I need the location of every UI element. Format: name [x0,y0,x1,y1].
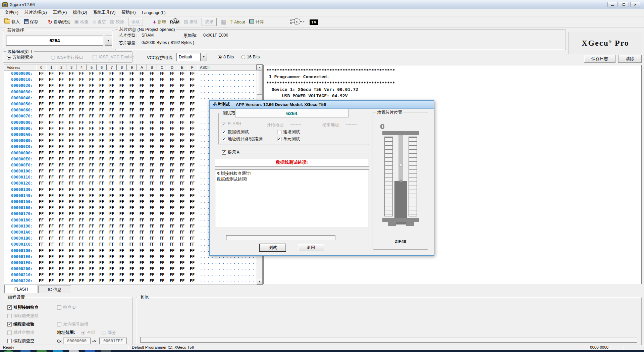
toolbar-tv-out-button[interactable]: TV [310,19,318,25]
hex-byte-cell[interactable]: FF [127,211,137,216]
toolbar-calculator-button[interactable]: 计算 [249,19,264,25]
hex-byte-cell[interactable]: FF [97,205,107,210]
hex-byte-cell[interactable]: FF [76,272,87,277]
hex-byte-cell[interactable]: FF [97,102,107,106]
hex-byte-cell[interactable]: FF [107,96,117,100]
menu-file[interactable]: 文件(F) [2,9,21,16]
hex-byte-cell[interactable]: FF [97,224,107,229]
hex-byte-cell[interactable]: FF [137,187,147,192]
hex-byte-cell[interactable]: FF [97,71,107,76]
hex-byte-cell[interactable]: FF [97,114,107,118]
hex-byte-cell[interactable]: FF [187,108,197,112]
hex-byte-cell[interactable]: FF [177,266,187,271]
icsp-vcc-checkbox[interactable]: ICSP_VCC Enable [93,55,134,59]
hex-byte-cell[interactable]: FF [157,218,167,222]
hex-byte-cell[interactable]: FF [97,248,107,253]
hex-byte-cell[interactable]: FF [66,77,76,82]
hex-byte-cell[interactable]: FF [76,77,87,82]
hex-byte-cell[interactable]: FF [97,144,107,149]
hex-byte-cell[interactable]: FF [56,102,66,106]
hex-byte-cell[interactable]: FF [117,126,127,131]
hex-byte-cell[interactable]: FF [36,102,46,106]
hex-byte-cell[interactable]: FF [46,254,56,259]
title-bar[interactable]: Xgpro v12.66 × [0,0,644,9]
hex-byte-cell[interactable]: FF [46,71,56,76]
hex-byte-cell[interactable]: FF [66,181,76,186]
hex-ascii-cell[interactable]: ................ [197,84,257,88]
address-to-field[interactable]: 00001FFF [99,338,127,344]
hex-byte-cell[interactable]: FF [56,248,66,253]
hex-byte-cell[interactable]: FF [66,260,76,265]
hex-byte-cell[interactable]: FF [147,218,157,222]
hex-byte-cell[interactable]: FF [76,230,87,235]
hex-byte-cell[interactable]: FF [66,114,76,118]
hex-byte-cell[interactable]: FF [87,169,97,173]
hex-byte-cell[interactable]: FF [167,163,177,167]
hex-byte-cell[interactable]: FF [137,120,147,125]
toolbar-read-button[interactable]: 读取 [128,18,143,26]
hex-byte-cell[interactable]: FF [157,236,167,241]
hex-byte-cell[interactable]: FF [187,120,197,125]
toolbar-about-button[interactable]: ?About [230,19,245,24]
hex-byte-cell[interactable]: FF [187,242,197,247]
hex-byte-cell[interactable]: FF [167,90,177,94]
hex-byte-cell[interactable]: FF [127,272,137,277]
hex-byte-cell[interactable]: FF [147,120,157,125]
hex-byte-cell[interactable]: FF [177,187,187,192]
hex-byte-cell[interactable]: FF [167,187,177,192]
hex-byte-cell[interactable]: FF [36,266,46,271]
hex-byte-cell[interactable]: FF [66,272,76,277]
back-button[interactable]: 返回 [298,244,324,251]
taskbar[interactable] [0,350,644,352]
range-part-radio[interactable]: 部分 [102,330,116,336]
hex-byte-cell[interactable]: FF [76,248,87,253]
hex-byte-cell[interactable]: FF [66,193,76,198]
hex-byte-cell[interactable]: FF [187,157,197,161]
hex-byte-cell[interactable]: FF [36,169,46,173]
hex-byte-cell[interactable]: FF [127,151,137,155]
hex-byte-cell[interactable]: FF [66,205,76,210]
hex-byte-cell[interactable]: FF [157,254,167,259]
hex-byte-cell[interactable]: FF [137,102,147,106]
hex-byte-cell[interactable]: FF [137,211,147,216]
hex-byte-cell[interactable]: FF [36,254,46,259]
hex-byte-cell[interactable]: FF [46,144,56,149]
hex-byte-cell[interactable]: FF [137,144,147,149]
hex-byte-cell[interactable]: FF [97,132,107,137]
hex-byte-cell[interactable]: FF [127,181,137,186]
hex-byte-cell[interactable]: FF [97,96,107,100]
hex-byte-cell[interactable]: FF [56,108,66,112]
hex-byte-cell[interactable]: FF [76,157,87,161]
hex-byte-cell[interactable]: FF [46,132,56,137]
hex-byte-cell[interactable]: FF [97,138,107,143]
hex-byte-cell[interactable]: FF [46,163,56,167]
hex-byte-cell[interactable]: FF [87,151,97,155]
hex-byte-cell[interactable]: FF [76,236,87,241]
toolbar-auto-identify-button[interactable]: ↻自动识别 [48,19,70,25]
hex-byte-cell[interactable]: FF [87,279,97,283]
hex-byte-cell[interactable]: FF [117,254,127,259]
hex-byte-cell[interactable]: FF [137,260,147,265]
hex-byte-cell[interactable]: FF [147,224,157,229]
hex-byte-cell[interactable]: FF [177,193,187,198]
hex-byte-cell[interactable]: FF [157,211,167,216]
hex-byte-cell[interactable]: FF [87,144,97,149]
hex-byte-cell[interactable]: FF [147,254,157,259]
toolbar-blank-check-button[interactable]: ◇查空 [93,19,106,25]
hex-byte-cell[interactable]: FF [56,205,66,210]
hex-byte-cell[interactable]: FF [117,187,127,192]
hex-byte-cell[interactable]: FF [76,193,87,198]
hex-byte-cell[interactable]: FF [157,169,167,173]
hex-byte-cell[interactable]: FF [87,236,97,241]
hex-byte-cell[interactable]: FF [107,102,117,106]
hex-byte-cell[interactable]: FF [157,102,167,106]
hex-byte-cell[interactable]: FF [137,83,147,88]
hex-byte-cell[interactable]: FF [137,175,147,180]
hex-byte-cell[interactable]: FF [97,126,107,131]
hex-byte-cell[interactable]: FF [167,77,177,82]
hex-byte-cell[interactable]: FF [117,120,127,125]
hex-byte-cell[interactable]: FF [127,260,137,265]
hex-byte-cell[interactable]: FF [97,230,107,235]
hex-byte-cell[interactable]: FF [157,279,167,283]
hex-byte-cell[interactable]: FF [117,108,127,112]
